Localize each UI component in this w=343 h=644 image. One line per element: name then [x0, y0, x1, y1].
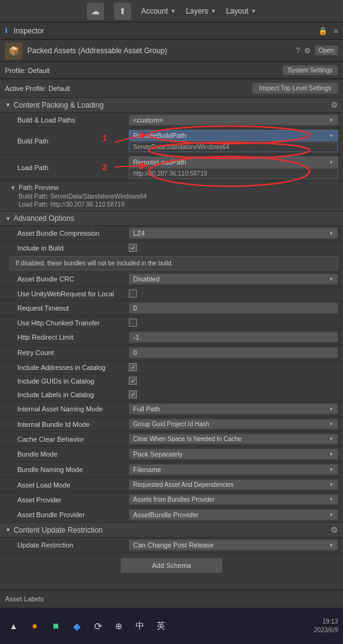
bundle-naming-mode-row: Bundle Naming Mode Filename ▼: [0, 462, 343, 478]
update-restriction-dropdown[interactable]: Can Change Post Release ▼: [129, 539, 338, 551]
retry-count-label: Retry Count: [17, 349, 129, 356]
taskbar-icon-2[interactable]: ■: [47, 617, 64, 635]
build-path-sub: ServerData/StandaloneWindows64: [129, 142, 338, 152]
taskbar-icon-3[interactable]: ◆: [68, 617, 85, 635]
layout-dropdown[interactable]: Layout ▼: [226, 7, 256, 15]
dropdown-arrow-4: ▼: [329, 231, 334, 236]
taskbar: ▲ ● ■ ◆ ⟳ ⊕ 中 英 19:13 2023/6/9: [0, 607, 343, 644]
bundle-naming-mode-dropdown[interactable]: Filename ▼: [129, 464, 338, 475]
warning-box: If disabled, these bundles will not be i…: [10, 256, 338, 270]
path-preview-header: ▼ Path Preview: [10, 184, 338, 191]
load-path-dropdown[interactable]: RemoteLoadPath ▼: [129, 157, 338, 168]
dropdown-arrow-2: ▼: [329, 133, 334, 139]
add-schema-button[interactable]: Add Schema: [121, 558, 223, 573]
content-packing-title: Content Packing & Loading: [14, 101, 331, 109]
path-preview-title: Path Preview: [19, 184, 59, 191]
bundle-mode-dropdown[interactable]: Pack Separately ▼: [129, 449, 338, 460]
retry-count-row: Retry Count 0: [0, 345, 343, 361]
cloud-icon[interactable]: ☁: [87, 2, 104, 20]
bottom-bar: Asset Labels: [0, 590, 343, 607]
build-path-dropdown[interactable]: RemoteBuildPath ▼: [129, 130, 338, 141]
account-dropdown[interactable]: Account ▼: [141, 7, 176, 15]
system-settings-button[interactable]: System Settings: [282, 65, 338, 75]
lock-icon[interactable]: 🔒: [318, 27, 328, 35]
question-icon: ?: [296, 46, 300, 55]
time-display: 19:13: [314, 617, 338, 626]
load-path-label: Load Path: [17, 164, 129, 171]
taskbar-icon-6[interactable]: 中: [131, 617, 149, 635]
include-labels-checkbox[interactable]: ✓: [129, 390, 137, 398]
bundle-naming-mode-label: Bundle Naming Mode: [17, 466, 129, 473]
http-redirect-input[interactable]: -1: [129, 332, 338, 343]
cache-clear-behavior-label: Cache Clear Behavior: [17, 436, 129, 443]
asset-provider-row: Asset Provider Assets from Bundles Provi…: [0, 492, 343, 507]
retry-count-input[interactable]: 0: [129, 347, 338, 358]
http-redirect-row: Http Redirect Limit -1: [0, 330, 343, 345]
path-preview-triangle[interactable]: ▼: [10, 184, 16, 191]
bundle-compression-row: Asset Bundle Compression LZ4 ▼: [0, 226, 343, 241]
cache-clear-behavior-row: Cache Clear Behavior Clear When Space Is…: [0, 432, 343, 447]
asset-provider-value: Assets from Bundles Provider: [133, 496, 215, 503]
taskbar-icon-4[interactable]: ⟳: [89, 617, 106, 635]
taskbar-up-icon: ▲: [5, 617, 22, 635]
asset-provider-dropdown[interactable]: Assets from Bundles Provider ▼: [129, 494, 338, 505]
inspect-top-level-button[interactable]: Inspect Top Level Settings: [252, 82, 338, 94]
inspector-header: ℹ Inspector 🔒 ≡: [0, 22, 343, 40]
bundle-mode-label: Bundle Mode: [17, 450, 129, 458]
account-label: Account: [141, 7, 168, 15]
request-timeout-input[interactable]: 0: [129, 303, 338, 314]
include-guids-row: Include GUIDs in Catalog ✓: [0, 374, 343, 388]
build-load-paths-dropdown[interactable]: <custom> ▼: [129, 114, 338, 126]
active-profile-label: Active Profile: Default: [5, 85, 252, 92]
taskbar-icon-7[interactable]: 英: [152, 617, 170, 635]
include-addresses-checkbox[interactable]: ✓: [129, 363, 137, 371]
include-guids-checkbox-container: ✓: [129, 377, 338, 385]
taskbar-icon-5[interactable]: ⊕: [110, 617, 128, 635]
asset-bundle-provider-row: Asset Bundle Provider AssetBundle Provid…: [0, 507, 343, 523]
bundle-mode-value: Pack Separately: [133, 450, 183, 458]
build-path-label: Build Path: [17, 137, 129, 145]
include-labels-label: Include Labels in Catalog: [17, 391, 129, 398]
update-restriction-value: Can Change Post Release: [133, 541, 214, 549]
content-update-section-header: ▼ Content Update Restriction ⚙: [0, 523, 343, 538]
asset-bundle-crc-label: Asset Bundle CRC: [17, 275, 129, 283]
unity-web-request-checkbox-container: [129, 290, 338, 298]
internal-bundle-id-row: Internal Bundle Id Mode Group Guid Proje…: [0, 417, 343, 432]
inspector-menu-icon[interactable]: ≡: [334, 27, 338, 35]
internal-asset-naming-row: Internal Asset Naming Mode Full Path ▼: [0, 401, 343, 417]
add-schema-container: Add Schema: [0, 553, 343, 578]
collapse-triangle[interactable]: ▼: [5, 101, 11, 108]
settings-icon[interactable]: ⚙: [304, 46, 311, 55]
internal-bundle-id-dropdown[interactable]: Group Guid Project Id Hash ▼: [129, 419, 338, 429]
include-guids-checkbox[interactable]: ✓: [129, 377, 137, 385]
unity-web-request-checkbox[interactable]: [129, 290, 137, 298]
top-bar: ☁ ⬆ Account ▼ Layers ▼ Layout ▼: [0, 0, 343, 22]
account-arrow: ▼: [170, 8, 176, 14]
update-gear-icon[interactable]: ⚙: [331, 525, 338, 535]
content-update-title: Content Update Restriction: [14, 526, 331, 535]
asset-load-mode-dropdown[interactable]: Requested Asset And Dependencies ▼: [129, 479, 338, 490]
layers-label: Layers: [186, 7, 208, 15]
include-in-build-checkbox[interactable]: ✓: [129, 244, 137, 252]
http-chunked-label: Use Http Chunked Transfer: [17, 319, 129, 327]
dropdown-arrow-6: ▼: [329, 406, 334, 412]
cache-clear-behavior-dropdown[interactable]: Clear When Space Is Needed In Cache ▼: [129, 434, 338, 444]
path-preview-section: ▼ Path Preview Build Path: ServerData/St…: [0, 181, 343, 212]
advanced-options-title: Advanced Options: [14, 214, 338, 223]
cloud-upload-icon[interactable]: ⬆: [114, 2, 131, 20]
asset-bundle-provider-dropdown[interactable]: AssetBundle Provider ▼: [129, 509, 338, 520]
bundle-compression-dropdown[interactable]: LZ4 ▼: [129, 228, 338, 239]
taskbar-icon-1[interactable]: ●: [26, 617, 43, 635]
http-chunked-checkbox[interactable]: [129, 319, 137, 327]
open-button[interactable]: Open: [315, 45, 338, 56]
layers-dropdown[interactable]: Layers ▼: [186, 7, 216, 15]
asset-bundle-provider-label: Asset Bundle Provider: [17, 511, 129, 518]
advanced-collapse-triangle[interactable]: ▼: [5, 215, 11, 222]
dropdown-arrow-8: ▼: [329, 436, 334, 442]
inspector-title: Inspector: [14, 27, 44, 35]
update-collapse-triangle[interactable]: ▼: [5, 526, 11, 533]
asset-bundle-crc-dropdown[interactable]: Disabled ▼: [129, 273, 338, 285]
section-gear-icon[interactable]: ⚙: [331, 100, 338, 109]
path-preview-build: Build Path: ServerData/StandaloneWindows…: [10, 192, 338, 200]
internal-asset-naming-dropdown[interactable]: Full Path ▼: [129, 403, 338, 414]
